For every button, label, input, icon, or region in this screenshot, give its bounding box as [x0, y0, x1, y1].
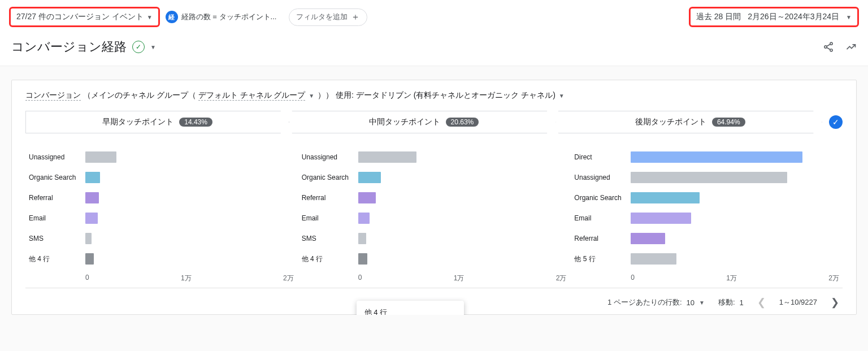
- channel-group-dropdown[interactable]: デフォルト チャネル グループ: [198, 90, 306, 101]
- bar-row[interactable]: Organic Search: [302, 167, 567, 188]
- bar-track: [85, 192, 294, 203]
- axis-tick: 1万: [181, 274, 192, 283]
- bar-track: [631, 253, 839, 265]
- bar-label: SMS: [302, 235, 358, 242]
- bar-track: [358, 213, 567, 224]
- page-title: コンバージョン経路: [11, 38, 127, 55]
- bar-row[interactable]: Organic Search: [574, 188, 839, 208]
- path-length-text: 経路の数 = タッチポイント...: [181, 12, 277, 22]
- bar-fill: [631, 172, 787, 183]
- chevron-down-icon: ▼: [147, 14, 153, 20]
- bar-track: [85, 213, 294, 224]
- tooltip-title: 他 4 行: [364, 307, 456, 315]
- stage-confirm-icon[interactable]: ✓: [829, 115, 843, 129]
- stage-mid[interactable]: 中間タッチポイント 20.63%: [292, 111, 555, 133]
- conversion-events-label: 27/27 件のコンバージョン イベント: [16, 12, 144, 22]
- bar-fill: [631, 233, 665, 244]
- chart-late: DirectUnassignedOrganic SearchEmailRefer…: [571, 147, 843, 285]
- bar-row[interactable]: Unassigned: [302, 147, 567, 167]
- bar-row[interactable]: Direct: [574, 147, 839, 167]
- bar-row[interactable]: Email: [302, 208, 567, 228]
- bar-row[interactable]: SMS: [302, 228, 567, 249]
- bar-track: [631, 192, 839, 203]
- chevron-down-icon: ▼: [846, 14, 852, 20]
- chart-mid: UnassignedOrganic SearchReferralEmailSMS…: [298, 147, 570, 285]
- bar-row[interactable]: Organic Search: [29, 167, 294, 188]
- bar-label: Referral: [29, 194, 85, 202]
- bar-label: Referral: [574, 235, 631, 242]
- bar-fill: [85, 233, 92, 244]
- svg-point-0: [830, 42, 832, 45]
- stage-tabs: 早期タッチポイント 14.43% 中間タッチポイント 20.63% 後期タッチポ…: [25, 111, 843, 133]
- group-suffix: ））: [318, 90, 333, 99]
- bar-track: [358, 233, 567, 244]
- rows-label: 1 ページあたりの行数:: [607, 297, 682, 307]
- bar-row[interactable]: Referral: [29, 188, 294, 208]
- axis-tick: 2万: [828, 274, 839, 283]
- bar-row[interactable]: 他 4 行: [302, 249, 567, 269]
- stage-late[interactable]: 後期タッチポイント 64.94%: [558, 111, 822, 133]
- share-icon[interactable]: [823, 41, 834, 53]
- stage-early[interactable]: 早期タッチポイント 14.43%: [25, 111, 289, 133]
- bar-row[interactable]: 他 4 行: [29, 249, 294, 269]
- dimension-dropdown[interactable]: コンバージョン: [25, 90, 81, 101]
- svg-line-3: [827, 44, 830, 46]
- bar-track: [85, 172, 294, 183]
- bar-track: [85, 151, 294, 163]
- goto-label: 移動:: [718, 297, 735, 307]
- page-range: 1～10/9227: [779, 297, 817, 307]
- bar-row[interactable]: 他 5 行: [574, 249, 839, 269]
- svg-line-4: [827, 47, 830, 50]
- bar-fill: [85, 253, 94, 265]
- prev-page-icon[interactable]: ❮: [757, 296, 766, 309]
- bar-track: [631, 213, 839, 224]
- bar-label: Unassigned: [574, 174, 631, 181]
- chevron-down-icon[interactable]: ▼: [150, 44, 156, 50]
- title-bar: コンバージョン経路 ✓ ▼: [0, 33, 868, 66]
- bar-row[interactable]: Unassigned: [574, 167, 839, 188]
- stage-pct: 64.94%: [712, 118, 745, 127]
- date-range: 2月26日～2024年3月24日: [748, 12, 839, 22]
- rows-per-page[interactable]: 1 ページあたりの行数: 10 ▼: [607, 297, 705, 307]
- bar-row[interactable]: Referral: [302, 188, 567, 208]
- bar-row[interactable]: Unassigned: [29, 147, 294, 167]
- bar-track: [358, 253, 567, 265]
- bar-row[interactable]: SMS: [29, 228, 294, 249]
- stage-pct: 14.43%: [179, 118, 212, 127]
- bar-fill: [358, 233, 367, 244]
- bar-row[interactable]: Email: [574, 208, 839, 228]
- bar-track: [358, 192, 567, 203]
- insights-icon[interactable]: [845, 41, 857, 53]
- date-preset: 過去 28 日間: [696, 12, 741, 22]
- bar-label: Unassigned: [29, 153, 85, 161]
- attribution-dropdown[interactable]: 使用: データドリブン (有料チャネルとオーガニック チャネル): [336, 90, 555, 99]
- bar-label: Email: [574, 214, 631, 222]
- bar-fill: [358, 213, 370, 224]
- bar-fill: [631, 192, 700, 203]
- x-axis: 01万2万: [302, 269, 567, 285]
- bar-label: Organic Search: [302, 174, 358, 181]
- status-check-icon[interactable]: ✓: [132, 41, 145, 53]
- conversion-events-dropdown[interactable]: 27/27 件のコンバージョン イベント ▼: [9, 7, 160, 27]
- date-range-picker[interactable]: 過去 28 日間 2月26日～2024年3月24日 ▼: [689, 7, 859, 27]
- bar-label: Direct: [574, 153, 631, 161]
- bar-track: [631, 172, 839, 183]
- chart-tooltip: 他 4 行 コンバージョンに対する貢献度: [357, 301, 464, 315]
- bar-row[interactable]: Email: [29, 208, 294, 228]
- bar-fill: [358, 151, 416, 163]
- goto-page[interactable]: 移動: 1: [718, 297, 744, 307]
- path-length-chip[interactable]: 経 経路の数 = タッチポイント...: [166, 8, 284, 25]
- bar-row[interactable]: Referral: [574, 228, 839, 249]
- next-page-icon[interactable]: ❯: [831, 296, 839, 309]
- bar-fill: [85, 151, 116, 163]
- rows-value: 10: [687, 298, 695, 307]
- bar-label: 他 4 行: [302, 254, 358, 264]
- add-filter-chip[interactable]: フィルタを追加 ＋: [289, 8, 367, 26]
- svg-point-1: [824, 46, 827, 48]
- bar-fill: [631, 151, 802, 163]
- stage-label: 早期タッチポイント: [102, 117, 173, 126]
- bar-fill: [85, 213, 98, 224]
- bar-label: 他 4 行: [29, 254, 85, 264]
- stage-label: 中間タッチポイント: [369, 117, 440, 126]
- bar-label: Referral: [302, 194, 358, 202]
